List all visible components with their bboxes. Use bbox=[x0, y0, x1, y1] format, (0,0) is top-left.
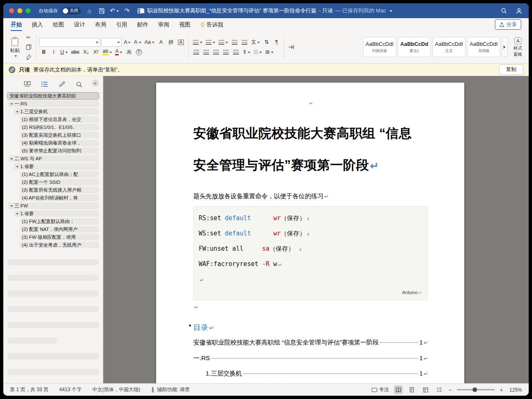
toc-entry[interactable]: (1) 根据下述信息及表，在交换机上完成 VLAN 配置和端口分配。2↵ bbox=[221, 382, 428, 384]
italic-button[interactable]: I bbox=[49, 48, 58, 57]
font-size-select[interactable] bbox=[101, 38, 122, 47]
save-icon[interactable] bbox=[97, 6, 106, 15]
zoom-level[interactable]: 125% bbox=[508, 387, 522, 393]
sort-button[interactable]: ⇅ bbox=[262, 38, 271, 47]
outline-item[interactable]: 一.RS bbox=[8, 100, 99, 107]
outline-item[interactable]: 1.省赛 bbox=[14, 210, 99, 217]
word-count[interactable]: 4413 个字 bbox=[59, 386, 81, 393]
enclose-characters-button[interactable]: 字 bbox=[134, 48, 143, 57]
style-pane-button[interactable]: 样式 窗格 bbox=[511, 36, 525, 58]
outline-item[interactable]: (1) 根据下述信息及表，在交 bbox=[20, 116, 99, 123]
accessibility-status[interactable]: 辅助功能: 调查 bbox=[151, 386, 190, 393]
increase-indent-button[interactable] bbox=[240, 38, 249, 47]
tab-references[interactable]: 引用 bbox=[116, 18, 127, 31]
shading-button[interactable] bbox=[252, 48, 263, 57]
language-indicator[interactable]: 中文(简体，中国大陆) bbox=[92, 386, 140, 393]
tab-review[interactable]: 审阅 bbox=[158, 18, 169, 31]
style-card-list-paragraph[interactable]: AaBbCcDdI 列表段落 bbox=[363, 37, 396, 57]
decrease-indent-button[interactable] bbox=[230, 38, 239, 47]
style-card-no-spacing[interactable]: AaBbCcDdI 无间隔 bbox=[467, 37, 500, 57]
document-canvas[interactable]: ↵ 安徽省职业院校技能大赛高职组 “信息 安全管理与评估”赛项第一阶段↵ 题头先… bbox=[103, 76, 529, 383]
focus-mode-button[interactable]: 专注 bbox=[372, 386, 389, 393]
outline-item[interactable]: 1.三层交换机 bbox=[14, 108, 99, 115]
change-case-button[interactable]: Aa bbox=[143, 38, 156, 47]
styles-gallery-more-button[interactable] bbox=[502, 37, 508, 57]
align-left-button[interactable] bbox=[192, 48, 201, 57]
print-layout-button[interactable] bbox=[408, 385, 416, 394]
cut-button[interactable]: ✂ bbox=[24, 33, 33, 42]
style-card-normal[interactable]: AaBbCcDdI 正文 bbox=[432, 37, 466, 57]
distribute-text-button[interactable] bbox=[231, 48, 240, 57]
web-layout-button[interactable] bbox=[421, 385, 430, 394]
zoom-window-button[interactable] bbox=[26, 8, 31, 13]
outline-item[interactable]: (1) FW上配置默认路由； bbox=[20, 218, 99, 225]
zoom-slider[interactable] bbox=[457, 389, 495, 390]
line-spacing-button[interactable]: ⇕ bbox=[241, 48, 252, 57]
tab-view[interactable]: 视图 bbox=[179, 18, 190, 31]
chevron-down-icon[interactable] bbox=[10, 103, 13, 106]
account-icon[interactable] bbox=[515, 6, 523, 15]
close-pane-button[interactable]: × bbox=[92, 80, 99, 87]
outline-item[interactable]: (2) 配置一个 SSID bbox=[20, 179, 99, 185]
tab-tell-me[interactable]: 告诉我 bbox=[200, 18, 223, 31]
zoom-out-button[interactable]: − bbox=[449, 387, 452, 393]
redo-button[interactable]: ↷ bbox=[123, 6, 131, 15]
bullets-button[interactable] bbox=[192, 38, 204, 47]
outline-item[interactable]: (3) 配置所有无线接入用户相 bbox=[20, 187, 99, 193]
read-mode-button[interactable] bbox=[394, 385, 403, 394]
subscript-button[interactable]: X₂ bbox=[81, 48, 90, 57]
document-page[interactable]: ↵ 安徽省职业院校技能大赛高职组 “信息 安全管理与评估”赛项第一阶段↵ 题头先… bbox=[156, 83, 464, 383]
paste-button[interactable]: 粘贴 bbox=[7, 36, 22, 58]
home-icon[interactable]: ⌂ bbox=[85, 6, 93, 15]
chevron-down-icon[interactable] bbox=[16, 111, 19, 114]
tab-mailings[interactable]: 邮件 bbox=[137, 18, 148, 31]
phonetic-guide-button[interactable]: 拼 bbox=[166, 38, 176, 47]
chevron-down-icon[interactable] bbox=[16, 166, 19, 169]
zoom-slider-thumb[interactable] bbox=[473, 387, 477, 392]
page-indicator[interactable]: 第 1 页，共 33 页 bbox=[10, 386, 48, 393]
autosave-toggle[interactable]: 关闭 bbox=[62, 7, 81, 14]
style-card-emphasis1[interactable]: AaBbCcDd 要点1 bbox=[398, 37, 431, 57]
shrink-font-button[interactable]: A bbox=[133, 38, 142, 47]
document-title-menu[interactable]: 职业院校技能大赛高职组_“信息安全管理与评估” 赛项第一阶段命令行篇 - 只读 … bbox=[140, 7, 392, 14]
paragraph-layout-button[interactable] bbox=[287, 43, 296, 52]
search-icon[interactable] bbox=[500, 6, 508, 15]
outline-item[interactable]: 1.省赛 bbox=[14, 163, 99, 170]
align-right-button[interactable] bbox=[211, 48, 221, 57]
character-shading-button[interactable]: A bbox=[124, 48, 133, 57]
edit-list-icon[interactable] bbox=[57, 80, 66, 89]
tab-layout[interactable]: 布局 bbox=[95, 18, 106, 31]
font-color-button[interactable]: A bbox=[114, 48, 124, 57]
bold-button[interactable]: B bbox=[39, 48, 48, 57]
chevron-down-icon[interactable] bbox=[10, 158, 13, 161]
minimize-window-button[interactable] bbox=[17, 8, 22, 13]
grow-font-button[interactable]: A bbox=[123, 38, 132, 47]
outline-item-root[interactable]: 安徽省职业院校技能大赛高职组 bbox=[7, 93, 99, 99]
outline-item[interactable]: (2) 配置 NAT，使内网用户 bbox=[20, 226, 99, 233]
outline-item[interactable]: (4) 勒索蠕虫病毒席卷全球， bbox=[20, 140, 99, 146]
tab-draw[interactable]: 绘图 bbox=[53, 18, 64, 31]
outline-item[interactable]: 二.WS 与 AP bbox=[8, 155, 99, 162]
underline-button[interactable]: U bbox=[59, 48, 69, 57]
character-border-button[interactable]: A bbox=[176, 38, 185, 47]
clear-formatting-button[interactable]: A bbox=[157, 38, 166, 47]
outline-item[interactable]: (4) 出于安全考虑，无线用户 bbox=[20, 242, 99, 248]
copy-button[interactable] bbox=[24, 43, 33, 52]
undo-button[interactable]: ↶ bbox=[110, 6, 119, 15]
outline-item[interactable]: (3) 配置实现交换机上联接口 bbox=[20, 132, 99, 138]
share-button[interactable]: 分享 bbox=[495, 19, 521, 30]
outline-item[interactable]: (2) RS的E1/0/1、E1/0/5、 bbox=[20, 124, 99, 131]
superscript-button[interactable]: X² bbox=[91, 48, 100, 57]
outline-item[interactable]: (5) 要求禁止配置访问控制列 bbox=[20, 147, 99, 154]
chevron-down-icon[interactable] bbox=[16, 213, 19, 216]
strikethrough-button[interactable]: abc bbox=[70, 48, 81, 57]
toc-entry[interactable]: 一.RS1↵ bbox=[193, 351, 428, 366]
toc-entry[interactable]: 1.三层交换机1↵ bbox=[206, 366, 428, 382]
find-icon[interactable] bbox=[75, 80, 84, 89]
format-painter-button[interactable] bbox=[24, 53, 33, 62]
outline-icon[interactable] bbox=[40, 80, 49, 89]
font-name-select[interactable] bbox=[39, 38, 100, 47]
numbering-button[interactable] bbox=[204, 38, 216, 47]
multilevel-list-button[interactable] bbox=[217, 38, 229, 47]
tab-insert[interactable]: 插入 bbox=[32, 18, 43, 31]
